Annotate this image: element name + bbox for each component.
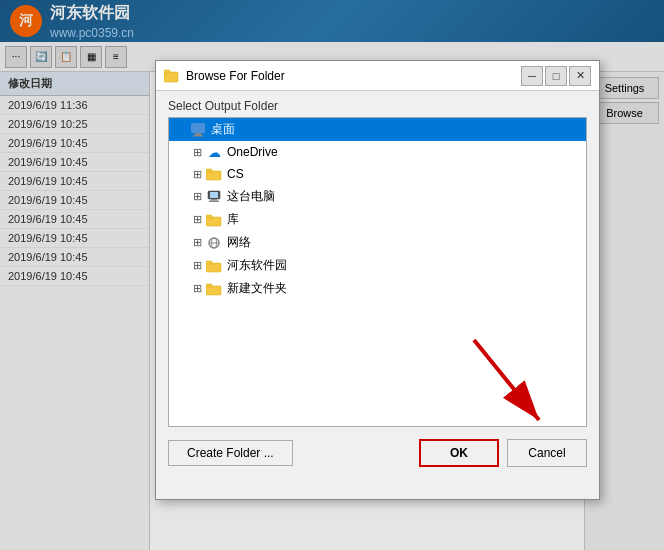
tree-expander-thispc[interactable]	[189, 189, 205, 205]
tree-label-newfolder: 新建文件夹	[227, 280, 287, 297]
svg-rect-19	[206, 284, 212, 287]
cancel-button[interactable]: Cancel	[507, 439, 587, 467]
tree-icon-desktop	[189, 122, 207, 138]
svg-rect-4	[193, 135, 203, 137]
svg-rect-8	[210, 192, 218, 198]
dialog-title-text: Browse For Folder	[186, 69, 521, 83]
dialog-icon	[164, 68, 180, 84]
tree-icon-network	[205, 235, 223, 251]
dialog-controls: ─ □ ✕	[521, 66, 591, 86]
tree-expander-network[interactable]	[189, 235, 205, 251]
svg-rect-0	[164, 72, 178, 82]
svg-rect-11	[206, 217, 221, 226]
browse-folder-dialog: Browse For Folder ─ □ ✕ Select Output Fo…	[155, 60, 600, 500]
tree-item-thispc[interactable]: 这台电脑	[169, 185, 586, 208]
tree-icon-onedrive: ☁	[205, 144, 223, 160]
tree-expander-onedrive[interactable]	[189, 144, 205, 160]
tree-icon-thispc	[205, 189, 223, 205]
tree-icon-cs	[205, 166, 223, 182]
tree-icon-hedong	[205, 258, 223, 274]
folder-tree[interactable]: 桌面☁OneDriveCS这台电脑库网络河东软件园新建文件夹	[168, 117, 587, 427]
tree-item-network[interactable]: 网络	[169, 231, 586, 254]
tree-label-thispc: 这台电脑	[227, 188, 275, 205]
svg-rect-18	[206, 286, 221, 295]
tree-item-desktop[interactable]: 桌面	[169, 118, 586, 141]
maximize-button[interactable]: □	[545, 66, 567, 86]
dialog-subtitle: Select Output Folder	[156, 91, 599, 117]
svg-rect-10	[209, 200, 219, 202]
close-button[interactable]: ✕	[569, 66, 591, 86]
svg-rect-2	[191, 123, 205, 133]
svg-rect-6	[206, 169, 212, 172]
tree-item-newfolder[interactable]: 新建文件夹	[169, 277, 586, 300]
tree-expander-cs[interactable]	[189, 166, 205, 182]
dialog-bottom: Create Folder ... OK Cancel	[156, 427, 599, 475]
svg-rect-9	[211, 199, 217, 201]
tree-item-hedong[interactable]: 河东软件园	[169, 254, 586, 277]
tree-label-network: 网络	[227, 234, 251, 251]
tree-label-onedrive: OneDrive	[227, 145, 278, 159]
tree-label-hedong: 河东软件园	[227, 257, 287, 274]
minimize-button[interactable]: ─	[521, 66, 543, 86]
create-folder-button[interactable]: Create Folder ...	[168, 440, 293, 466]
svg-rect-3	[195, 133, 201, 135]
tree-icon-newfolder	[205, 281, 223, 297]
tree-item-ku[interactable]: 库	[169, 208, 586, 231]
tree-item-cs[interactable]: CS	[169, 163, 586, 185]
svg-rect-17	[206, 261, 212, 264]
tree-expander-desktop[interactable]	[173, 122, 189, 138]
tree-item-onedrive[interactable]: ☁OneDrive	[169, 141, 586, 163]
svg-rect-12	[206, 215, 212, 218]
ok-button[interactable]: OK	[419, 439, 499, 467]
tree-label-desktop: 桌面	[211, 121, 235, 138]
tree-expander-ku[interactable]	[189, 212, 205, 228]
svg-rect-16	[206, 263, 221, 272]
svg-rect-5	[206, 171, 221, 180]
tree-label-ku: 库	[227, 211, 239, 228]
tree-expander-hedong[interactable]	[189, 258, 205, 274]
tree-expander-newfolder[interactable]	[189, 281, 205, 297]
tree-icon-ku	[205, 212, 223, 228]
svg-rect-1	[164, 70, 170, 73]
tree-label-cs: CS	[227, 167, 244, 181]
dialog-titlebar: Browse For Folder ─ □ ✕	[156, 61, 599, 91]
